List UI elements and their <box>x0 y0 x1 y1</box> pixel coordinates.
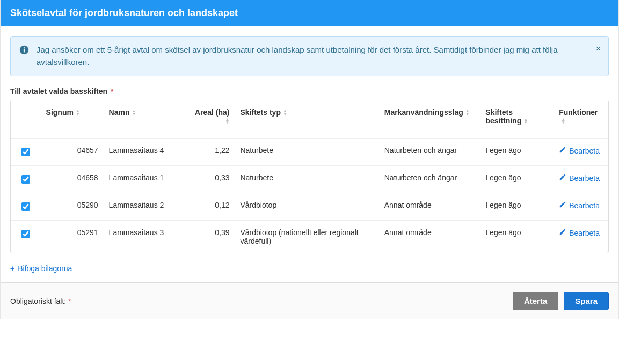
cell-typ: Vårdbiotop (nationellt eller regionalt v… <box>235 221 378 253</box>
plus-icon: + <box>10 264 14 273</box>
svg-rect-1 <box>24 49 25 53</box>
col-namn-label: Namn <box>109 108 130 117</box>
content-area: Jag ansöker om ett 5-årigt avtal om sköt… <box>1 26 618 282</box>
alert-close-button[interactable]: × <box>594 42 603 56</box>
section-label-text: Till avtalet valda basskiften <box>10 87 107 96</box>
required-marker: * <box>68 297 71 305</box>
required-field-note: Obligatoriskt fält: * <box>10 297 71 305</box>
cell-mark: Annat område <box>379 193 480 221</box>
attach-files-link[interactable]: + Bifoga bilagorna <box>10 264 72 273</box>
col-check <box>11 100 41 139</box>
cell-areal: 1,22 <box>188 139 235 166</box>
cell-typ: Naturbete <box>235 139 378 166</box>
table-header-row: Signum▲▼ Namn▲▼ Areal (ha)▲▼ Skiftets ty… <box>11 100 608 139</box>
cell-areal: 0,12 <box>188 193 235 221</box>
edit-row-link[interactable]: Bearbeta <box>559 201 600 210</box>
cell-mark: Naturbeten och ängar <box>379 166 480 193</box>
section-label: Till avtalet valda basskiften * <box>10 87 609 96</box>
cell-areal: 0,33 <box>188 166 235 193</box>
footer-bar: Obligatoriskt fält: * Återta Spara <box>1 282 618 319</box>
edit-row-label: Bearbeta <box>569 174 600 183</box>
cell-signum: 05291 <box>41 221 104 253</box>
parcels-table: Signum▲▼ Namn▲▼ Areal (ha)▲▼ Skiftets ty… <box>11 100 608 253</box>
edit-row-link[interactable]: Bearbeta <box>559 146 600 155</box>
cell-besitt: I egen ägo <box>480 221 554 253</box>
cell-namn: Lammasaitaus 3 <box>104 221 188 253</box>
cell-besitt: I egen ägo <box>480 193 554 221</box>
cell-signum: 05290 <box>41 193 104 221</box>
col-typ[interactable]: Skiftets typ▲▼ <box>235 100 378 139</box>
cell-typ: Vårdbiotop <box>235 193 378 221</box>
sort-icon: ▲▼ <box>561 118 565 125</box>
sort-icon: ▲▼ <box>523 118 528 125</box>
cell-besitt: I egen ägo <box>480 139 554 166</box>
col-mark-label: Markanvändningsslag <box>384 108 463 117</box>
col-namn[interactable]: Namn▲▼ <box>104 100 188 139</box>
edit-icon <box>559 173 566 183</box>
cell-namn: Lammasaitaus 1 <box>104 166 188 193</box>
col-signum[interactable]: Signum▲▼ <box>41 100 104 139</box>
col-besitt-label: Skiftets besittning <box>485 108 521 125</box>
edit-row-label: Bearbeta <box>569 147 600 155</box>
row-checkbox[interactable] <box>21 148 30 156</box>
edit-row-label: Bearbeta <box>569 201 600 210</box>
cell-signum: 04657 <box>41 139 104 166</box>
sort-icon: ▲▼ <box>283 110 287 116</box>
sort-icon: ▲▼ <box>465 110 470 116</box>
col-funk[interactable]: Funktioner▲▼ <box>554 100 608 139</box>
info-icon <box>19 45 29 56</box>
sort-icon: ▲▼ <box>132 110 136 116</box>
page-header: Skötselavtal för jordbruksnaturen och la… <box>1 0 618 26</box>
table-row: 04657Lammasaitaus 41,22NaturbeteNaturbet… <box>11 139 608 166</box>
cell-besitt: I egen ägo <box>480 166 554 193</box>
save-button[interactable]: Spara <box>564 292 609 310</box>
col-typ-label: Skiftets typ <box>240 108 280 117</box>
col-besitt[interactable]: Skiftets besittning▲▼ <box>480 100 554 139</box>
info-alert: Jag ansöker om ett 5-årigt avtal om sköt… <box>10 36 609 76</box>
edit-icon <box>559 228 566 237</box>
revert-button[interactable]: Återta <box>513 292 558 310</box>
parcels-table-wrap: Signum▲▼ Namn▲▼ Areal (ha)▲▼ Skiftets ty… <box>10 100 609 253</box>
page: Skötselavtal för jordbruksnaturen och la… <box>0 0 619 319</box>
table-body: 04657Lammasaitaus 41,22NaturbeteNaturbet… <box>11 139 608 253</box>
required-field-label: Obligatoriskt fält: <box>10 297 66 305</box>
alert-text: Jag ansöker om ett 5-årigt avtal om sköt… <box>37 44 600 68</box>
table-row: 05291Lammasaitaus 30,39Vårdbiotop (natio… <box>11 221 608 253</box>
sort-icon: ▲▼ <box>76 110 80 116</box>
edit-icon <box>559 146 566 155</box>
cell-signum: 04658 <box>41 166 104 193</box>
table-row: 04658Lammasaitaus 10,33NaturbeteNaturbet… <box>11 166 608 193</box>
cell-typ: Naturbete <box>235 166 378 193</box>
row-checkbox[interactable] <box>21 202 30 211</box>
col-funk-label: Funktioner <box>559 108 598 117</box>
col-areal-label: Areal (ha) <box>195 108 230 117</box>
row-checkbox[interactable] <box>21 230 30 238</box>
col-areal[interactable]: Areal (ha)▲▼ <box>188 100 235 139</box>
col-signum-label: Signum <box>46 108 74 117</box>
col-mark[interactable]: Markanvändningsslag▲▼ <box>379 100 480 139</box>
footer-actions: Återta Spara <box>513 292 609 310</box>
attach-files-label: Bifoga bilagorna <box>18 264 72 273</box>
cell-mark: Naturbeten och ängar <box>379 139 480 166</box>
sort-icon: ▲▼ <box>225 118 230 125</box>
edit-row-label: Bearbeta <box>569 229 600 237</box>
cell-mark: Annat område <box>379 221 480 253</box>
edit-row-link[interactable]: Bearbeta <box>559 173 600 183</box>
cell-namn: Lammasaitaus 2 <box>104 193 188 221</box>
table-row: 05290Lammasaitaus 20,12VårdbiotopAnnat o… <box>11 193 608 221</box>
page-title: Skötselavtal för jordbruksnaturen och la… <box>10 8 238 18</box>
cell-areal: 0,39 <box>188 221 235 253</box>
edit-row-link[interactable]: Bearbeta <box>559 228 600 237</box>
row-checkbox[interactable] <box>21 175 30 184</box>
cell-namn: Lammasaitaus 4 <box>104 139 188 166</box>
svg-point-2 <box>24 47 25 49</box>
required-marker: * <box>111 87 113 96</box>
edit-icon <box>559 201 566 210</box>
